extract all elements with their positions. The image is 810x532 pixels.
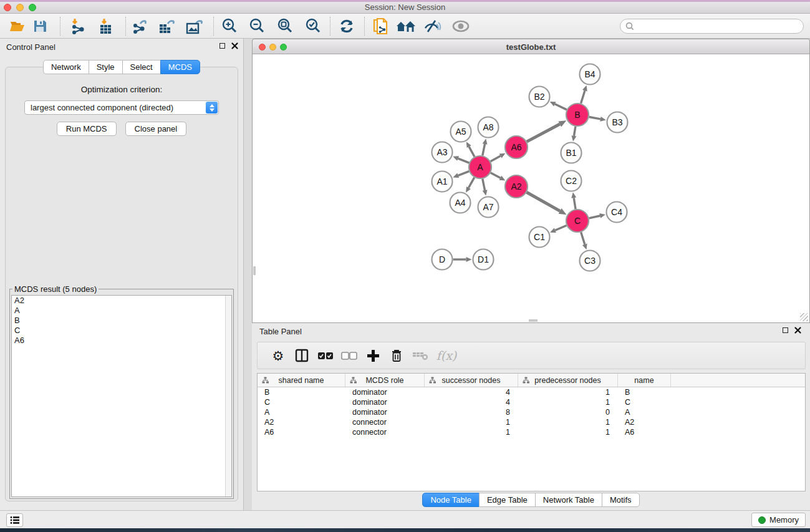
canvas-horizontal-scroll-indicator[interactable] (529, 319, 538, 322)
zoom-fit-button[interactable] (273, 16, 296, 37)
table-cell[interactable]: B (618, 388, 671, 397)
tab-motifs[interactable]: Motifs (602, 493, 640, 507)
add-column-button[interactable] (361, 344, 385, 367)
graph-edge-B-B1[interactable] (574, 127, 575, 136)
table-row[interactable]: A2connector11A2 (258, 417, 805, 427)
result-list-item[interactable]: A (12, 306, 231, 316)
close-panel-button[interactable]: Close panel (125, 122, 187, 136)
memory-button[interactable]: Memory (751, 513, 806, 527)
search-field[interactable] (620, 19, 804, 34)
graph-edge-A-A2[interactable] (491, 173, 501, 178)
tab-network[interactable]: Network (43, 60, 89, 74)
export-network-button[interactable] (128, 16, 151, 37)
export-table-button[interactable] (156, 16, 178, 37)
graph-edge-B-B2[interactable] (555, 104, 567, 110)
canvas-vertical-scroll-indicator[interactable] (253, 266, 256, 275)
table-row[interactable]: Bdominator41B (258, 387, 805, 397)
table-cell[interactable]: A2 (258, 418, 345, 427)
result-list-item[interactable]: C (12, 326, 231, 336)
graph-edge-A2-C[interactable] (527, 192, 561, 211)
float-table-panel-icon[interactable] (783, 327, 788, 333)
table-cell[interactable]: A2 (618, 418, 671, 427)
column-header-MCDS-role[interactable]: MCDS role (345, 374, 425, 387)
table-settings-button[interactable]: ⚙ (266, 344, 290, 367)
result-list-item[interactable]: A6 (12, 336, 231, 346)
zoom-selected-button[interactable] (301, 16, 324, 37)
table-cell[interactable]: dominator (345, 398, 425, 407)
close-table-panel-icon[interactable] (794, 327, 801, 334)
export-image-button[interactable] (183, 16, 206, 37)
result-list-item[interactable]: B (12, 316, 231, 326)
graph-edge-C-C4[interactable] (589, 216, 600, 218)
delete-table-button[interactable] (408, 344, 432, 367)
column-header-predecessor-nodes[interactable]: predecessor nodes (518, 374, 618, 387)
copy-network-view-button[interactable] (370, 16, 392, 37)
table-cell[interactable]: dominator (345, 408, 425, 417)
table-cell[interactable]: C (258, 398, 345, 407)
run-mcds-button[interactable]: Run MCDS (57, 122, 117, 136)
table-cell[interactable]: 4 (425, 388, 518, 397)
table-cell[interactable]: A6 (618, 428, 671, 437)
refresh-button[interactable] (335, 16, 358, 37)
close-panel-icon[interactable] (231, 42, 238, 49)
delete-column-button[interactable] (385, 344, 408, 367)
table-row[interactable]: Adominator80A (258, 407, 805, 417)
graph-edge-A-A1[interactable] (458, 172, 469, 176)
table-cell[interactable]: C (618, 398, 671, 407)
result-list-item[interactable]: A2 (12, 296, 231, 306)
save-session-button[interactable] (29, 16, 51, 37)
table-cell[interactable]: B (258, 388, 345, 397)
import-table-button[interactable] (95, 16, 118, 37)
table-cell[interactable]: 1 (425, 418, 518, 427)
graph-edge-A-A6[interactable] (491, 156, 501, 162)
hide-selected-button[interactable] (421, 16, 443, 37)
table-cell[interactable]: connector (345, 418, 425, 427)
tab-mcds[interactable]: MCDS (160, 60, 200, 74)
tab-select[interactable]: Select (122, 60, 161, 74)
criterion-dropdown[interactable]: largest connected component (directed) (24, 100, 219, 115)
show-columns-button[interactable] (290, 344, 314, 367)
tab-node-table[interactable]: Node Table (422, 493, 480, 507)
deselect-all-button[interactable] (337, 344, 361, 367)
column-header-successor-nodes[interactable]: successor nodes (425, 374, 518, 387)
mcds-result-list[interactable]: A2ABCA6 (11, 295, 232, 497)
table-cell[interactable]: 8 (425, 408, 518, 417)
tab-edge-table[interactable]: Edge Table (479, 493, 536, 507)
table-cell[interactable]: 1 (518, 388, 618, 397)
open-session-button[interactable] (6, 16, 29, 37)
home-layout-button[interactable] (395, 16, 417, 37)
table-cell[interactable]: 0 (518, 408, 618, 417)
table-cell[interactable]: A (618, 408, 671, 417)
resize-grip[interactable] (800, 313, 808, 321)
table-cell[interactable]: 1 (518, 428, 618, 437)
tab-network-table[interactable]: Network Table (535, 493, 602, 507)
zoom-out-button[interactable] (245, 16, 268, 37)
graph-edge-C-C1[interactable] (555, 225, 566, 230)
table-cell[interactable]: dominator (345, 388, 425, 397)
table-row[interactable]: Cdominator41C (258, 397, 805, 407)
tab-style[interactable]: Style (89, 60, 123, 74)
column-header-name[interactable]: name (618, 374, 671, 387)
network-canvas[interactable]: B4B2BB3A8A5A6B1A3AC2A1A2A4A7C4CC1DD1C3 (252, 54, 810, 323)
table-cell[interactable]: A (258, 408, 345, 417)
table-row[interactable]: A6connector11A6 (258, 427, 805, 437)
table-cell[interactable]: 1 (518, 418, 618, 427)
table-cell[interactable]: 4 (425, 398, 518, 407)
show-all-button[interactable] (450, 16, 472, 37)
table-cell[interactable]: 1 (518, 398, 618, 407)
graph-edge-C-C2[interactable] (574, 198, 576, 209)
zoom-in-button[interactable] (218, 16, 240, 37)
table-cell[interactable]: 1 (425, 428, 518, 437)
select-all-button[interactable] (314, 344, 337, 367)
import-network-button[interactable] (67, 16, 89, 37)
graph-edge-B-B3[interactable] (589, 117, 600, 119)
graph-edge-A-A7[interactable] (483, 179, 485, 190)
graph-edge-A-A5[interactable] (469, 147, 475, 157)
float-panel-icon[interactable] (219, 43, 225, 49)
graph-edge-A-A3[interactable] (458, 158, 470, 163)
graph-edge-C-C3[interactable] (581, 232, 585, 244)
graph-edge-A-A4[interactable] (468, 178, 474, 188)
table-cell[interactable]: connector (345, 428, 425, 437)
graph-edge-A6-B[interactable] (527, 124, 560, 142)
search-input[interactable] (634, 20, 803, 32)
